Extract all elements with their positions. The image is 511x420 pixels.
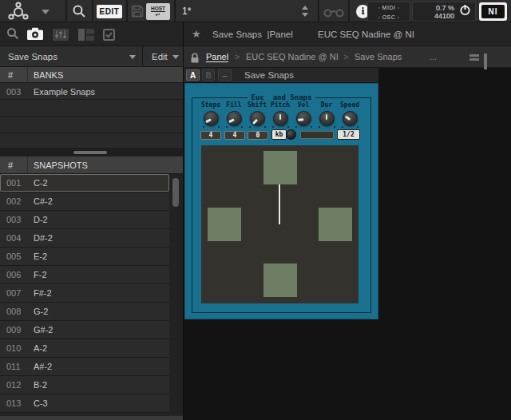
- panel-title: Save Snaps: [244, 68, 294, 83]
- knob-unit-speed: Speed: [338, 101, 362, 129]
- view-toolbar: ★ Save Snaps |Panel EUC SEQ Nadine @ NI: [0, 22, 511, 46]
- snapshot-row[interactable]: 006F-2: [0, 266, 169, 284]
- breadcrumb-ensemble[interactable]: EUC SEQ Nadine @ NI: [246, 46, 339, 68]
- breadcrumb-panel[interactable]: Panel: [206, 46, 228, 68]
- snapshot-sidebar: Save Snaps Edit # BANKS 003 Example Snap…: [0, 46, 183, 420]
- vol-knob[interactable]: [296, 111, 311, 126]
- snapshot-tab-bar: A B – Save Snaps: [184, 68, 378, 83]
- breadcrumb-ellipsis[interactable]: ...: [430, 46, 437, 68]
- fill-knob[interactable]: [227, 111, 242, 126]
- toolbar-separator: [318, 0, 319, 22]
- empty-bank-row: [0, 133, 183, 148]
- tab-b[interactable]: B: [202, 69, 215, 81]
- chevron-down-icon[interactable]: [172, 55, 179, 59]
- snapshot-row[interactable]: 009G#-2: [0, 321, 169, 339]
- vertical-scrollbar[interactable]: [170, 174, 183, 414]
- osc-in-led: [378, 17, 380, 18]
- panel-area: Panel > EUC SEQ Nadine @ NI > Save Snaps…: [184, 46, 511, 420]
- snapshot-row[interactable]: 010A-2: [0, 339, 169, 358]
- midi-out-led: [398, 7, 399, 9]
- bank-selector[interactable]: Save Snaps: [8, 46, 57, 67]
- save-icon[interactable]: [131, 5, 144, 21]
- snapshot-list: 001C-2 002C#-2 003D-2 004D#-2 005E-2 006…: [0, 174, 183, 414]
- dur-knob[interactable]: [319, 111, 335, 126]
- value-display-bar: [300, 131, 334, 139]
- snapshot-row[interactable]: 004D#-2: [0, 229, 169, 248]
- sample-rate: 44100: [413, 12, 454, 20]
- divider: [142, 46, 143, 67]
- step-down-icon[interactable]: [302, 13, 308, 17]
- steps-value[interactable]: 4: [200, 131, 221, 140]
- snapshot-row[interactable]: 005E-2: [0, 248, 169, 266]
- steps-knob[interactable]: [204, 111, 219, 126]
- tab-compare-minus[interactable]: –: [218, 69, 232, 81]
- edit-menu[interactable]: Edit: [152, 46, 168, 67]
- empty-bank-row: [0, 100, 183, 117]
- step-cell-bottom[interactable]: [263, 263, 297, 297]
- preset-selector[interactable]: 1*: [182, 6, 191, 17]
- horizontal-split-icon[interactable]: [469, 54, 479, 61]
- search-icon[interactable]: [6, 27, 19, 43]
- snapshot-row[interactable]: 003D-2: [0, 211, 169, 229]
- tab-a[interactable]: A: [186, 69, 200, 81]
- checkbox-icon[interactable]: [103, 29, 115, 44]
- preset-stepper[interactable]: [302, 6, 310, 17]
- main-toolbar: EDIT HOST ↵ 1*: [0, 0, 511, 22]
- mixer-view-icon[interactable]: [53, 29, 69, 44]
- edit-mode-button[interactable]: EDIT: [97, 5, 122, 18]
- toolbar-separator: [126, 0, 128, 22]
- toolbar-separator: [65, 0, 67, 22]
- panel-layout-icon[interactable]: [78, 29, 94, 44]
- snapshot-camera-icon[interactable]: [26, 27, 44, 44]
- step-cell-top[interactable]: [263, 151, 297, 184]
- speed-value[interactable]: 1/2: [337, 129, 360, 140]
- speed-knob[interactable]: [343, 111, 358, 126]
- step-cell-right[interactable]: [319, 208, 352, 241]
- pane-splitter[interactable]: [0, 148, 183, 157]
- instrument-panel: Euc and Snaps Steps Fill Shift Pitch Vol: [184, 83, 378, 319]
- toolbar-separator: [348, 0, 350, 22]
- midi-osc-indicator: MIDI OSC: [367, 2, 410, 22]
- euclid-sequencer-display[interactable]: [201, 145, 358, 303]
- pitch-knob[interactable]: [273, 111, 288, 126]
- empty-bank-row: [0, 117, 183, 133]
- favorite-star-icon[interactable]: ★: [192, 27, 201, 42]
- splitter-grip[interactable]: [73, 151, 107, 154]
- midi-in-led: [378, 7, 380, 9]
- step-cell-left[interactable]: [208, 208, 241, 241]
- step-up-icon[interactable]: [302, 6, 308, 10]
- banks-header: # BANKS: [0, 67, 183, 83]
- ensemble-title: EUC SEQ Nadine @ NI: [318, 22, 414, 46]
- lock-icon[interactable]: [190, 52, 200, 66]
- snapshot-row[interactable]: 013C-3: [0, 394, 169, 413]
- pitch-ball-button[interactable]: [286, 129, 296, 140]
- host-sync-button[interactable]: HOST ↵: [146, 3, 170, 20]
- snapshot-row[interactable]: 012B-2: [0, 376, 169, 394]
- snapshot-row[interactable]: 008G-2: [0, 303, 169, 321]
- power-icon[interactable]: [459, 4, 471, 19]
- snapshot-row[interactable]: 007F#-2: [0, 284, 169, 303]
- snapshot-row[interactable]: 001C-2: [0, 174, 169, 192]
- vertical-split-icon[interactable]: [484, 53, 492, 61]
- toolbar-separator: [92, 0, 93, 22]
- shift-knob[interactable]: [250, 111, 265, 126]
- shift-value[interactable]: 0: [248, 131, 268, 140]
- snapshot-row[interactable]: 002C#-2: [0, 192, 169, 211]
- fill-value[interactable]: 4: [224, 131, 245, 140]
- breadcrumb-separator: >: [235, 46, 240, 68]
- reaktor-logo-icon[interactable]: [5, 2, 35, 21]
- kb-toggle[interactable]: kb: [271, 129, 287, 140]
- ni-logo[interactable]: NI: [479, 2, 507, 21]
- bank-row[interactable]: 003 Example Snaps: [0, 83, 183, 100]
- wiring-icon[interactable]: [323, 6, 344, 21]
- chevron-down-icon[interactable]: [129, 55, 136, 59]
- logo-menu-chevron-icon[interactable]: [42, 10, 50, 14]
- scrollbar-thumb[interactable]: [172, 178, 179, 207]
- breadcrumb-instrument[interactable]: Save Snaps: [355, 46, 402, 68]
- playhead-line: [279, 184, 280, 224]
- groupbox-title: Euc and Snaps: [248, 93, 316, 101]
- search-icon[interactable]: [72, 4, 86, 22]
- snapshots-header: # SNAPSHOTS: [0, 157, 183, 174]
- horizontal-scrollbar[interactable]: [0, 416, 183, 420]
- snapshot-row[interactable]: 011A#-2: [0, 358, 169, 376]
